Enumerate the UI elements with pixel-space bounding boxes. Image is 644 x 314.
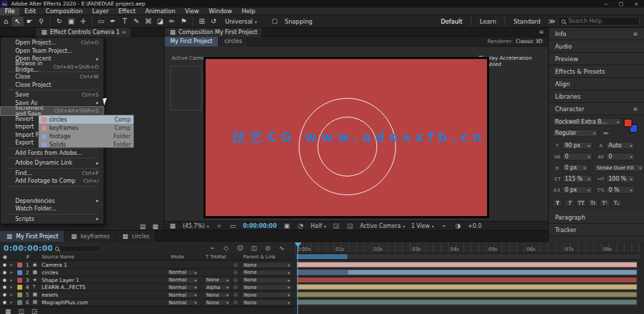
parent-dropdown[interactable]: None: [242, 299, 292, 306]
stroke-width-dropdown[interactable]: 0 px: [562, 164, 588, 172]
exposure-value[interactable]: +0.0: [468, 223, 481, 229]
font-family-dropdown[interactable]: Rockwell Extra B...: [552, 118, 622, 126]
tsume-dropdown[interactable]: 0 %: [606, 186, 635, 194]
orbit-tool-icon[interactable]: [53, 17, 65, 26]
renderer-value[interactable]: Classic 3D: [515, 38, 543, 44]
camera-view-dropdown[interactable]: Active Camera: [360, 223, 405, 229]
layer-row-camera-1[interactable]: ●▸ 1 ◉ Camera 1 ◎ None: [0, 261, 295, 269]
clone-stamp-tool-icon[interactable]: [142, 17, 154, 26]
expand-arrow-icon[interactable]: ▸: [10, 277, 13, 282]
subscript-toggle[interactable]: T₁: [611, 199, 622, 207]
menu-view[interactable]: View: [180, 8, 204, 15]
panel-preview[interactable]: Preview: [549, 53, 644, 65]
faux-bold-toggle[interactable]: T: [552, 199, 563, 207]
layer-name[interactable]: Camera 1: [42, 262, 67, 268]
menu-item-dependencies[interactable]: Dependencies▸: [1, 197, 104, 206]
menu-item-browse-in-bridge[interactable]: Browse in Bridge...Ctrl+Alt+Shift+O: [1, 63, 104, 72]
visibility-toggle[interactable]: ●: [3, 270, 6, 274]
pan-behind-tool-icon[interactable]: [77, 17, 89, 26]
view-layout-dropdown[interactable]: 1 View: [411, 223, 434, 229]
pickwhip-icon[interactable]: ◎: [233, 262, 238, 267]
zoom-level-dropdown[interactable]: (45.7%): [183, 223, 209, 229]
workspace-default[interactable]: Default: [436, 18, 468, 25]
menu-layer[interactable]: Layer: [88, 8, 114, 15]
roto-brush-tool-icon[interactable]: [166, 17, 178, 26]
comp-panel-menu-icon[interactable]: [538, 28, 544, 35]
menu-edit[interactable]: Edit: [19, 8, 40, 15]
home-tool-icon[interactable]: [0, 17, 12, 26]
trkmat-dropdown[interactable]: None: [204, 277, 231, 283]
panel-info[interactable]: Info: [549, 28, 644, 40]
layer-bar-circles-selected-segment[interactable]: [297, 270, 348, 274]
panel-menu-icon[interactable]: [633, 31, 638, 38]
layer-bar-mographplus[interactable]: [297, 299, 637, 305]
panel-paragraph[interactable]: Paragraph: [549, 211, 644, 224]
menu-item-increment-and-save[interactable]: Increment and SaveCtrl+Alt+Shift+S: [1, 107, 104, 115]
work-area-bar[interactable]: [297, 254, 347, 259]
menu-item-add-footage-to-comp[interactable]: Add Footage to CompCtrl+/: [1, 177, 104, 185]
type-tool-icon[interactable]: [119, 17, 131, 26]
label-color-chip[interactable]: [17, 300, 22, 305]
motion-blur-icon[interactable]: [264, 245, 272, 251]
minimize-button[interactable]: —: [598, 0, 613, 8]
parent-dropdown[interactable]: None: [242, 284, 292, 290]
axis-mode-icon[interactable]: [196, 17, 208, 26]
layer-name[interactable]: Shape Layer 1: [42, 277, 79, 283]
layer-row-circles[interactable]: ●▸ 2 ▦ circles Normal ◎ None: [0, 269, 295, 276]
current-time-indicator[interactable]: [297, 242, 298, 314]
panel-libraries[interactable]: Libraries: [549, 90, 644, 103]
close-button[interactable]: ×: [629, 0, 644, 8]
maximize-button[interactable]: □: [613, 0, 629, 8]
layer-name[interactable]: easels: [42, 292, 58, 298]
project-item-footage[interactable]: footage Folder: [39, 132, 133, 140]
expand-arrow-icon[interactable]: ▸: [10, 292, 13, 297]
vertical-scale-dropdown[interactable]: 115 %: [562, 175, 593, 183]
eyedropper-icon[interactable]: [602, 130, 610, 137]
leading-dropdown[interactable]: Auto: [606, 142, 635, 149]
menu-item-save[interactable]: SaveCtrl+S: [1, 91, 104, 99]
mode-dropdown[interactable]: Normal: [167, 270, 199, 276]
mode-column[interactable]: Mode: [171, 254, 184, 260]
project-item-circles[interactable]: circles Comp: [39, 115, 133, 124]
mask-visibility-icon[interactable]: [229, 222, 237, 229]
trkmat-dropdown[interactable]: None: [204, 292, 231, 298]
eraser-tool-icon[interactable]: [154, 17, 166, 26]
menu-composition[interactable]: Composition: [41, 8, 88, 15]
graph-editor-icon[interactable]: [278, 245, 286, 251]
label-color-chip[interactable]: [17, 263, 22, 267]
exposure-icon[interactable]: [454, 222, 462, 229]
menu-item-close[interactable]: CloseCtrl+W: [1, 73, 104, 81]
menu-item-open-project[interactable]: Open Project...Ctrl+O: [1, 39, 104, 47]
transparency-grid-icon[interactable]: [346, 222, 354, 229]
trkmat-dropdown[interactable]: Alpha: [204, 284, 231, 290]
expand-transfer-controls-icon[interactable]: [17, 308, 25, 314]
inner-circle-shape[interactable]: [317, 117, 377, 176]
workspace-standard[interactable]: Standard: [508, 18, 546, 25]
layer-bar-shape-layer-1[interactable]: [297, 277, 637, 283]
menu-item-add-fonts[interactable]: Add Fonts from Adobe...: [1, 149, 104, 158]
camera-tool-icon[interactable]: [65, 17, 77, 26]
panel-align[interactable]: Align: [549, 78, 644, 90]
label-color-chip[interactable]: [17, 292, 22, 297]
hide-shy-icon[interactable]: [236, 245, 244, 251]
layer-row-shape-layer-1[interactable]: ●▸ 3 ★ Shape Layer 1 Normal None ◎ None: [0, 276, 295, 284]
tab-composition[interactable]: Composition My First Project: [165, 28, 261, 37]
menu-item-watch-folder[interactable]: Watch Folder...: [1, 205, 104, 213]
panel-menu-icon[interactable]: [633, 106, 638, 113]
draft-3d-icon[interactable]: [222, 245, 230, 251]
pen-tool-icon[interactable]: [107, 17, 119, 26]
small-caps-toggle[interactable]: Tt: [588, 199, 598, 207]
parent-dropdown[interactable]: None: [242, 270, 292, 276]
viewer-tab-circles[interactable]: circles: [219, 37, 248, 47]
layer-row-learn-text[interactable]: ●▸ 4 T LEARN A...FECTS Normal Alpha ◎ No…: [0, 283, 295, 291]
project-item-keyframes[interactable]: keyframes Comp: [39, 124, 133, 132]
channels-icon[interactable]: [297, 222, 304, 229]
parent-dropdown[interactable]: None: [242, 277, 292, 283]
source-name-column[interactable]: Source Name: [42, 254, 74, 260]
panel-effects-presets[interactable]: Effects & Presets: [549, 65, 644, 78]
layer-bar-learn-text[interactable]: [297, 284, 637, 290]
mode-dropdown[interactable]: Normal: [167, 299, 199, 306]
expand-in-out-icon[interactable]: [31, 308, 38, 314]
pickwhip-icon[interactable]: ◎: [233, 299, 238, 305]
menu-help[interactable]: Help: [237, 8, 260, 15]
